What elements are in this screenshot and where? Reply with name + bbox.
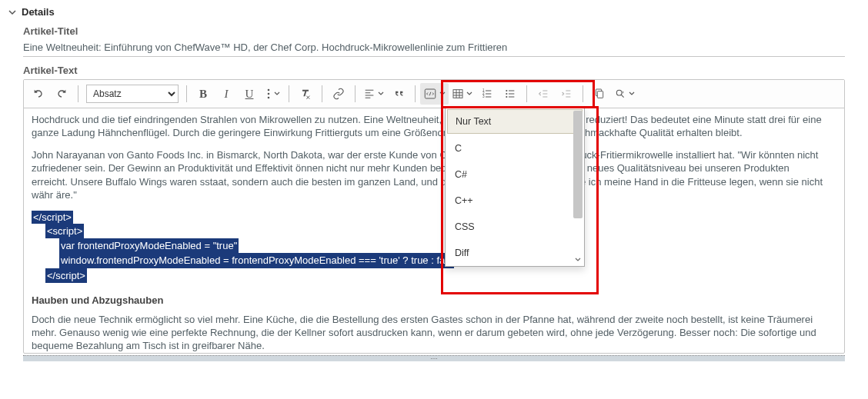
dropdown-item[interactable]: CSS bbox=[446, 214, 584, 240]
italic-button[interactable]: I bbox=[215, 83, 238, 105]
svg-point-13 bbox=[616, 90, 622, 95]
svg-point-8 bbox=[506, 90, 507, 91]
resize-handle[interactable]: ···· bbox=[23, 355, 845, 361]
editor-body[interactable]: Hochdruck und die tief eindringenden Str… bbox=[24, 108, 844, 353]
svg-rect-12 bbox=[597, 91, 603, 98]
dropdown-item[interactable]: C bbox=[446, 135, 584, 161]
body-paragraph[interactable]: Hochdruck und die tief eindringenden Str… bbox=[32, 113, 826, 139]
align-button[interactable] bbox=[360, 83, 387, 105]
section-header[interactable]: Details bbox=[0, 0, 868, 21]
svg-point-10 bbox=[506, 96, 507, 98]
dropdown-item[interactable]: Diff bbox=[446, 240, 584, 266]
svg-point-0 bbox=[267, 89, 269, 91]
outdent-button[interactable] bbox=[532, 83, 555, 105]
svg-rect-4 bbox=[453, 90, 462, 98]
ordered-list-button[interactable]: 123 bbox=[476, 83, 499, 105]
link-button[interactable] bbox=[327, 83, 350, 105]
editor-toolbar: Absatz B I U bbox=[24, 80, 844, 108]
svg-point-9 bbox=[506, 93, 507, 95]
blockquote-button[interactable] bbox=[387, 83, 410, 105]
code-sample-button[interactable] bbox=[420, 83, 449, 105]
copy-button[interactable] bbox=[588, 83, 611, 105]
section-title: Details bbox=[22, 6, 55, 18]
dropdown-scroll-thumb[interactable] bbox=[573, 111, 583, 218]
dropdown-item[interactable]: C# bbox=[446, 161, 584, 188]
code-language-dropdown[interactable]: Nur Text C C# C++ CSS Diff bbox=[445, 107, 585, 267]
more-formatting-button[interactable] bbox=[261, 83, 284, 105]
paragraph-select-inner[interactable]: Absatz bbox=[86, 85, 179, 103]
dropdown-item[interactable]: C++ bbox=[446, 188, 584, 214]
redo-button[interactable] bbox=[50, 83, 73, 105]
unordered-list-button[interactable] bbox=[499, 83, 522, 105]
title-label: Artikel-Titel bbox=[23, 25, 845, 37]
body-label: Artikel-Text bbox=[23, 65, 845, 76]
rich-editor: Absatz B I U bbox=[23, 79, 845, 354]
table-button[interactable] bbox=[449, 83, 476, 105]
sub-heading[interactable]: Hauben und Abzugshauben bbox=[32, 294, 826, 307]
selected-code-block[interactable]: </script​> <script​> var frontendProxyMo… bbox=[32, 211, 826, 283]
undo-button[interactable] bbox=[27, 83, 50, 105]
clear-formatting-button[interactable] bbox=[294, 83, 317, 105]
paragraph-select[interactable]: Absatz bbox=[83, 83, 182, 105]
indent-button[interactable] bbox=[555, 83, 578, 105]
body-paragraph[interactable]: John Narayanan von Ganto Foods Inc. in B… bbox=[32, 148, 826, 201]
svg-point-2 bbox=[267, 97, 269, 99]
svg-point-1 bbox=[267, 93, 269, 95]
find-replace-button[interactable] bbox=[611, 83, 638, 105]
bold-button[interactable]: B bbox=[192, 83, 215, 105]
title-value[interactable]: Eine Weltneuheit: Einführung von ChefWav… bbox=[23, 37, 845, 57]
dropdown-item[interactable]: Nur Text bbox=[447, 109, 583, 134]
svg-text:3: 3 bbox=[482, 95, 485, 98]
body-paragraph[interactable]: Doch die neue Technik ermöglicht so viel… bbox=[32, 313, 826, 352]
chevron-down-icon[interactable] bbox=[573, 255, 583, 264]
underline-button[interactable]: U bbox=[238, 83, 261, 105]
chevron-down-icon bbox=[8, 8, 17, 17]
